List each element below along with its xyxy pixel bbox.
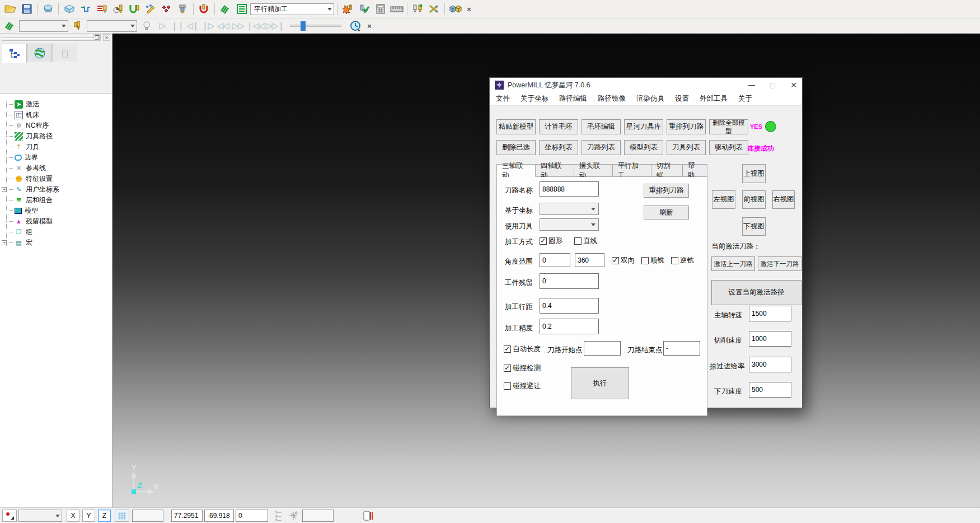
tolerance-field[interactable] xyxy=(302,510,334,522)
tree-item-activate[interactable]: ➤激活 xyxy=(0,99,112,110)
view-front-button[interactable]: 前视图 xyxy=(742,190,766,209)
activate-prev-toolpath-button[interactable]: 激活上一刀路 xyxy=(711,256,755,271)
tool-icon[interactable] xyxy=(110,2,125,16)
swap-arrows-icon[interactable] xyxy=(426,2,442,16)
tab-4axis[interactable]: 四轴联动 xyxy=(536,164,574,177)
tab-saw[interactable]: 切割锯 xyxy=(651,164,683,177)
mode-line-checkbox[interactable]: 直线 xyxy=(574,236,597,246)
tree-item-workplanes[interactable]: +✎用户坐标系 xyxy=(0,184,112,195)
step-forward-icon[interactable]: ❘▷ xyxy=(201,21,214,31)
tree-item-boundaries[interactable]: 边界 xyxy=(0,152,112,163)
search-back-icon[interactable]: ◁◁ xyxy=(216,21,229,31)
minimize-button[interactable]: — xyxy=(748,81,755,89)
tool-combo[interactable] xyxy=(540,218,599,231)
view-bottom-button[interactable]: 下视图 xyxy=(742,217,766,236)
nc-program-icon[interactable] xyxy=(94,2,109,16)
tab-world[interactable] xyxy=(27,44,52,62)
notebook-icon[interactable] xyxy=(363,510,373,521)
panel-pin-icon[interactable]: ❐ xyxy=(93,34,101,41)
toolpath-list-button[interactable]: 刀路列表 xyxy=(582,140,621,155)
go-end-icon[interactable]: ▷▷❘ xyxy=(266,21,284,31)
tree-item-levels[interactable]: ≣层和组合 xyxy=(0,195,112,206)
tab-3axis[interactable]: 三轴联动 xyxy=(496,164,536,177)
play-icon[interactable]: ▷ xyxy=(156,21,169,31)
strategy-combo[interactable]: 平行精加工 xyxy=(250,3,334,15)
block-icon[interactable] xyxy=(62,2,77,16)
status-combo[interactable] xyxy=(18,510,62,522)
grid-icon[interactable] xyxy=(115,510,129,522)
view-top-button[interactable]: 上视图 xyxy=(742,164,766,183)
toolpath-ribbon-icon[interactable] xyxy=(218,2,233,16)
speed-slider[interactable] xyxy=(290,25,341,27)
point-picker-icon[interactable] xyxy=(2,510,17,522)
menu-render-sim[interactable]: 渲染仿真 xyxy=(636,94,664,104)
sim-toolpath-combo[interactable] xyxy=(19,20,68,32)
menu-file[interactable]: 文件 xyxy=(496,94,510,104)
collision-avoid-checkbox[interactable]: 碰撞避让 xyxy=(504,381,541,391)
panel-grip[interactable]: ❐ × xyxy=(0,34,112,41)
boundary-icon[interactable] xyxy=(126,2,142,16)
tree-item-toolpaths[interactable]: 刀具路径 xyxy=(0,131,112,142)
activate-next-toolpath-button[interactable]: 激活下一刀路 xyxy=(758,256,801,271)
strategy-list-icon[interactable] xyxy=(234,2,249,16)
menu-path-mirror[interactable]: 路径镜像 xyxy=(598,94,626,104)
climb-mill-checkbox[interactable]: 顺铣 xyxy=(641,256,664,265)
ruler-icon[interactable] xyxy=(389,2,404,16)
model-list-button[interactable]: 模型列表 xyxy=(624,140,663,155)
axis-z-button[interactable]: Z xyxy=(98,510,111,522)
macro-undercut-icon[interactable] xyxy=(196,2,212,16)
workplane-holder-icon[interactable] xyxy=(175,2,190,16)
paste-model-button[interactable]: 粘贴新模型 xyxy=(496,119,536,134)
path-end-input[interactable] xyxy=(663,341,700,356)
menu-settings[interactable]: 设置 xyxy=(675,94,689,104)
conventional-mill-checkbox[interactable]: 逆铣 xyxy=(671,256,694,265)
tree-item-tools[interactable]: ⍑刀具 xyxy=(0,142,112,152)
axis-x-button[interactable]: X xyxy=(67,510,79,522)
tree-item-nc-program[interactable]: ⚙NC程序 xyxy=(0,120,112,131)
tree-item-patterns[interactable]: ✕参考线 xyxy=(0,163,112,174)
pattern-icon[interactable] xyxy=(143,2,158,16)
calc-stock-button[interactable]: 计算毛坯 xyxy=(539,119,578,134)
tree-item-models[interactable]: 模型 xyxy=(0,206,112,216)
slider-thumb[interactable] xyxy=(301,21,306,31)
go-start-icon[interactable]: ❘◁◁ xyxy=(246,21,264,31)
auto-length-checkbox[interactable]: 自动长度 xyxy=(504,344,541,354)
search-forward-icon[interactable]: ▷▷ xyxy=(231,21,245,31)
spindle-speed-input[interactable] xyxy=(749,306,791,321)
stock-allowance-input[interactable] xyxy=(540,273,599,289)
refresh-button[interactable]: 刷新 xyxy=(644,206,689,220)
tool-list-button[interactable]: 刀具列表 xyxy=(667,140,706,155)
drive-list-button[interactable]: 驱动列表 xyxy=(709,140,748,155)
clock-icon[interactable] xyxy=(348,18,363,33)
toolbar-close-icon[interactable]: × xyxy=(464,5,474,13)
menu-about[interactable]: 关于 xyxy=(738,94,752,104)
print-icon[interactable] xyxy=(40,2,55,16)
cutting-feed-input[interactable] xyxy=(749,331,791,347)
coord-x-value[interactable]: 77.2951 xyxy=(171,510,203,522)
menu-coords[interactable]: 关于坐标 xyxy=(521,94,548,104)
cube-pair-icon[interactable] xyxy=(448,2,463,16)
bidirectional-checkbox[interactable]: 双向 xyxy=(612,256,635,265)
toolbar-close-icon[interactable]: × xyxy=(364,22,374,30)
tool-check-icon[interactable] xyxy=(357,2,372,16)
coord-combo[interactable] xyxy=(540,203,599,215)
rapid-feed-input[interactable] xyxy=(749,357,791,372)
coord-z-value[interactable]: 0 xyxy=(236,510,268,522)
tool-library-button[interactable]: 星河刀具库 xyxy=(624,119,663,134)
calculator-icon[interactable] xyxy=(373,2,388,16)
reorder-toolpath-button[interactable]: 重排列刀路 xyxy=(667,119,706,134)
feature-set-icon[interactable] xyxy=(159,2,174,16)
menu-path-edit[interactable]: 路径编辑 xyxy=(559,94,587,104)
tool-flame-icon[interactable] xyxy=(340,2,355,16)
expand-icon[interactable]: + xyxy=(2,187,7,192)
stepover-input[interactable] xyxy=(540,298,599,314)
mode-circle-checkbox[interactable]: 圆形 xyxy=(540,236,562,246)
lightbulb-icon[interactable] xyxy=(139,18,154,33)
close-button[interactable]: ✕ xyxy=(790,81,797,90)
edit-stock-button[interactable]: 毛坯编辑 xyxy=(582,119,621,134)
view-left-button[interactable]: 左视图 xyxy=(712,190,735,209)
expand-icon[interactable]: + xyxy=(2,240,7,245)
dialog-titlebar[interactable]: PowerMILL 忆梦星河 7.0.6 — ▢ ✕ xyxy=(490,78,802,92)
tolerance-input[interactable] xyxy=(540,319,599,334)
tab-parallel[interactable]: 平行加工 xyxy=(613,164,651,177)
